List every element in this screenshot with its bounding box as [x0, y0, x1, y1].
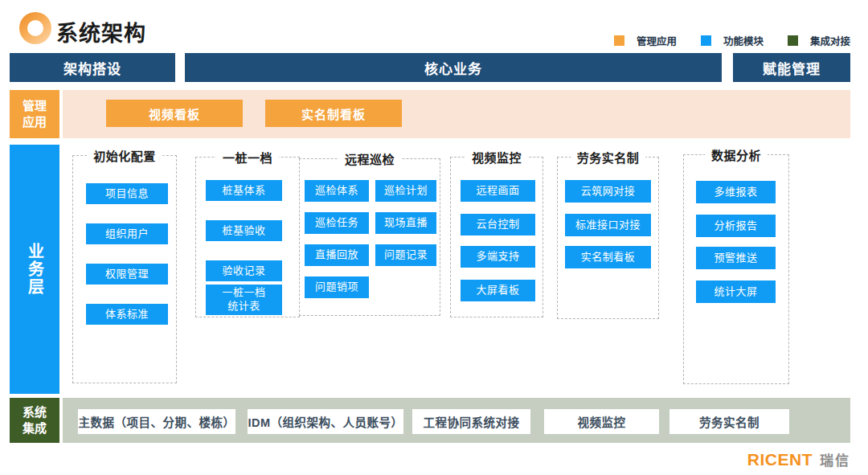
brand-name-en: RICENT — [747, 450, 813, 469]
module-box: 桩基验收 — [206, 220, 282, 241]
integration-box-labor-realname: 劳务实名制 — [669, 409, 789, 434]
business-row-label-text: 业务层 — [24, 243, 46, 296]
header-bar-core-business: 核心业务 — [185, 53, 722, 82]
integration-row-label: 系统 集成 — [10, 398, 59, 443]
green-swatch-icon — [788, 35, 798, 46]
blue-swatch-icon — [701, 35, 711, 46]
legend-label: 功能模块 — [723, 33, 764, 48]
module-box: 大屏看板 — [461, 280, 535, 301]
module-box: 组织用户 — [86, 223, 168, 244]
column-labor-realname: 劳务实名制 云筑网对接 标准接口对接 实名制看板 — [557, 157, 659, 319]
column-remote-inspection: 远程巡检 巡检体系 巡检计划 巡检任务 现场直播 直播回放 问题记录 问题销项 — [299, 158, 440, 316]
business-row-label: 业务层 — [10, 145, 59, 394]
column-title: 视频监控 — [465, 149, 528, 166]
module-box: 一桩一档 统计表 — [206, 285, 282, 315]
column-pile-archive: 一桩一档 桩基体系 桩基验收 验收记录 一桩一档 统计表 — [195, 157, 300, 317]
column-initialization-config: 初始化配置 项目信息 组织用户 权限管理 体系标准 — [72, 155, 177, 383]
app-box-video-dashboard: 视频看板 — [106, 100, 243, 127]
module-box: 问题销项 — [305, 276, 369, 298]
module-box: 云筑网对接 — [565, 180, 651, 203]
column-data-analysis: 数据分析 多维报表 分析报告 预警推送 统计大屏 — [683, 154, 789, 384]
legend-label: 管理应用 — [637, 33, 677, 48]
column-title: 初始化配置 — [87, 147, 162, 164]
module-box: 实名制看板 — [565, 246, 651, 268]
column-title: 远程巡检 — [338, 150, 401, 167]
column-video-monitoring: 视频监控 远程画面 云台控制 多端支持 大屏看板 — [450, 157, 543, 317]
integration-box-project-collab: 工程协同系统对接 — [412, 409, 530, 434]
module-box: 巡检任务 — [305, 212, 369, 234]
legend-item-module: 功能模块 — [701, 33, 764, 48]
app-box-realname-dashboard: 实名制看板 — [265, 100, 402, 127]
brand-logo: RICENT 瑞信 — [747, 449, 850, 469]
module-box: 验收记录 — [206, 260, 282, 281]
module-box: 巡检计划 — [375, 180, 436, 202]
legend-item-management: 管理应用 — [614, 33, 677, 48]
integration-box-video-monitoring: 视频监控 — [544, 409, 659, 434]
module-box: 直播回放 — [305, 244, 369, 266]
module-box: 标准接口对接 — [565, 214, 651, 236]
legend: 管理应用 功能模块 集成对接 — [614, 33, 850, 48]
integration-box-master-data: 主数据（项目、分期、楼栋） — [78, 409, 235, 434]
module-box: 远程画面 — [461, 180, 535, 202]
module-box: 多端支持 — [461, 246, 535, 268]
module-box: 云台控制 — [461, 214, 535, 235]
module-box: 体系标准 — [86, 304, 168, 325]
slide-canvas: 系统架构 管理应用 功能模块 集成对接 架构搭设 核心业务 赋能管理 管理 应用… — [0, 0, 868, 475]
legend-label: 集成对接 — [810, 33, 850, 48]
brand-name-cn: 瑞信 — [820, 449, 850, 469]
management-row-label: 管理 应用 — [10, 90, 59, 138]
column-title: 数据分析 — [705, 146, 768, 163]
page-title: 系统架构 — [56, 16, 146, 47]
column-title: 一桩一档 — [216, 149, 279, 166]
header-bar-enablement: 赋能管理 — [733, 53, 850, 82]
module-box: 统计大屏 — [696, 280, 776, 303]
ring-logo-icon — [19, 12, 51, 44]
module-box: 问题记录 — [375, 244, 436, 266]
module-box: 项目信息 — [86, 183, 168, 204]
module-box: 多维报表 — [696, 181, 776, 203]
module-box: 分析报告 — [696, 215, 776, 237]
column-title: 劳务实名制 — [571, 149, 646, 166]
module-box: 桩基体系 — [206, 180, 282, 201]
integration-box-idm: IDM（组织架构、人员账号） — [248, 409, 403, 434]
module-box: 巡检体系 — [305, 180, 369, 202]
header-bar-architecture: 架构搭设 — [10, 53, 175, 82]
orange-swatch-icon — [614, 35, 624, 46]
legend-item-integration: 集成对接 — [788, 33, 850, 48]
module-box: 预警推送 — [696, 247, 776, 269]
module-box: 现场直播 — [375, 212, 436, 234]
module-box: 权限管理 — [86, 264, 168, 285]
